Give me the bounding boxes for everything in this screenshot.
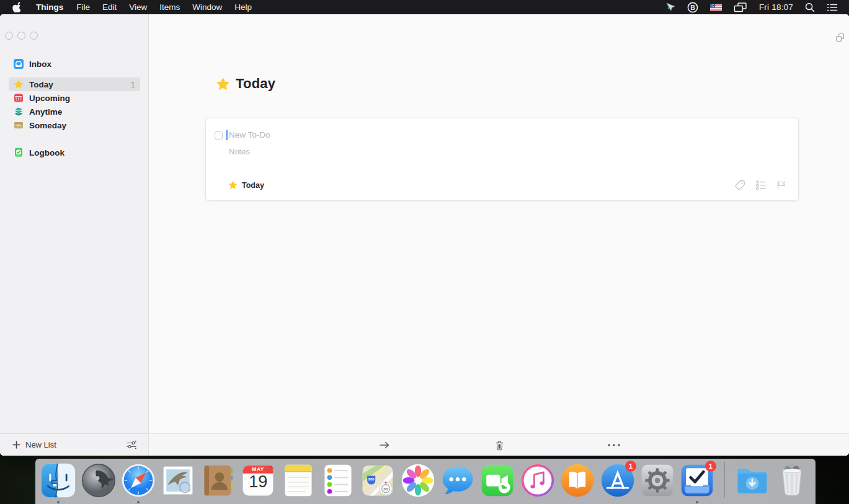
new-list-button[interactable]: New List: [0, 440, 56, 449]
todo-notes-input[interactable]: Notes: [229, 147, 250, 156]
sidebar: Inbox Today 1 Upcoming: [0, 14, 149, 456]
messages-icon: [439, 462, 476, 499]
dock-icon-system-preferences[interactable]: [638, 462, 677, 502]
sidebar-item-someday[interactable]: Someday: [0, 118, 149, 132]
flag-button[interactable]: [776, 180, 787, 191]
star-icon: [228, 180, 238, 190]
things-badge: 1: [705, 461, 716, 472]
running-indicator: [137, 501, 140, 503]
app-store-badge: 1: [625, 461, 636, 472]
menu-bar: Things File Edit View Items Window Help …: [0, 0, 849, 14]
dock-icon-app-store[interactable]: 1: [597, 462, 637, 502]
dock-icon-notes[interactable]: [278, 462, 318, 502]
dock-icon-launchpad[interactable]: [78, 462, 118, 502]
dock-separator: [718, 462, 732, 502]
sidebar-list: Inbox Today 1 Upcoming: [0, 57, 149, 159]
menu-clock[interactable]: Fri 18:07: [755, 2, 797, 12]
apple-logo-icon: [11, 2, 20, 12]
sidebar-item-anytime[interactable]: Anytime: [0, 105, 149, 118]
us-flag-icon[interactable]: [706, 0, 726, 14]
todo-title-input[interactable]: New To-Do: [229, 130, 270, 139]
sidebar-item-upcoming[interactable]: Upcoming: [0, 91, 149, 105]
dock-icon-safari[interactable]: [118, 462, 158, 502]
dock-icon-mail[interactable]: [158, 462, 198, 502]
things-window: Inbox Today 1 Upcoming: [0, 14, 849, 456]
main-content: Today New To-Do Notes Today: [149, 14, 849, 456]
text-caret: [226, 130, 228, 140]
dock-icon-messages[interactable]: [438, 462, 478, 502]
more-icon: [607, 443, 621, 447]
when-chip[interactable]: Today: [228, 180, 264, 190]
trash-icon: [494, 440, 505, 451]
page-title: Today: [236, 76, 275, 92]
menu-view[interactable]: View: [123, 0, 153, 14]
dock-icon-trash[interactable]: [772, 462, 812, 502]
sidebar-item-label: Inbox: [29, 60, 51, 69]
dock-icon-photos[interactable]: [398, 462, 438, 502]
calendar-month-label: MAY: [238, 466, 278, 472]
tag-button[interactable]: [734, 179, 746, 191]
ibooks-icon: [559, 462, 596, 499]
menu-window[interactable]: Window: [186, 0, 228, 14]
delete-button[interactable]: [487, 434, 512, 456]
list-settings-button[interactable]: [126, 440, 137, 449]
b-circle-icon[interactable]: B: [683, 0, 702, 14]
downloads-folder-icon: [734, 462, 771, 499]
todo-checkbox[interactable]: [215, 131, 223, 139]
sliders-icon: [126, 440, 137, 449]
sidebar-item-label: Upcoming: [29, 94, 70, 103]
dock-icon-ibooks[interactable]: [558, 462, 597, 502]
menu-app-name[interactable]: Things: [29, 0, 70, 14]
running-indicator: [57, 501, 60, 503]
dock-icon-facetime[interactable]: [478, 462, 517, 502]
sidebar-footer: New List: [0, 433, 148, 456]
close-button[interactable]: [5, 32, 13, 40]
contacts-icon: [200, 462, 237, 499]
running-indicator: [696, 501, 698, 503]
spotlight-search-icon[interactable]: [801, 0, 819, 14]
dock-icon-reminders[interactable]: [318, 462, 358, 502]
dock-icon-maps[interactable]: 280 3D: [358, 462, 398, 502]
sidebar-item-inbox[interactable]: Inbox: [0, 57, 149, 71]
sidebar-item-label: Anytime: [29, 107, 62, 117]
minimize-button[interactable]: [17, 32, 25, 40]
notification-center-icon[interactable]: [823, 0, 842, 14]
dock-icon-finder[interactable]: [38, 462, 78, 502]
sidebar-item-logbook[interactable]: Logbook: [0, 146, 149, 159]
star-icon: [216, 77, 230, 91]
layers-icon: [14, 107, 24, 117]
new-todo-card[interactable]: New To-Do Notes Today: [205, 118, 799, 201]
dock-icon-itunes[interactable]: [518, 462, 558, 502]
menu-edit[interactable]: Edit: [96, 0, 123, 14]
plus-icon: [12, 441, 20, 449]
menu-file[interactable]: File: [70, 0, 96, 14]
menu-help[interactable]: Help: [228, 0, 258, 14]
flag-icon: [776, 180, 787, 191]
more-button[interactable]: [602, 434, 626, 456]
notes-icon: [280, 462, 317, 499]
dock-icon-things[interactable]: 1: [677, 462, 717, 502]
window-controls: [5, 32, 38, 40]
dock-icon-calendar[interactable]: MAY 19: [238, 462, 278, 502]
checklist-button[interactable]: [755, 180, 767, 191]
zoom-button[interactable]: [30, 32, 38, 40]
displays-icon[interactable]: [730, 0, 751, 14]
svg-text:3D: 3D: [384, 487, 389, 491]
trash-full-icon: [773, 462, 811, 499]
facetime-icon: [479, 462, 516, 499]
finder-icon: [40, 462, 77, 499]
launchpad-icon: [80, 462, 117, 499]
apple-menu[interactable]: [0, 0, 29, 14]
pointer-icon[interactable]: [661, 0, 679, 14]
svg-text:280: 280: [368, 477, 375, 481]
box-icon: [14, 120, 24, 130]
sidebar-item-today[interactable]: Today 1: [9, 77, 140, 91]
dock-icon-downloads[interactable]: [732, 462, 772, 502]
overlapping-windows-icon[interactable]: [835, 32, 845, 45]
dock-icon-contacts[interactable]: [198, 462, 238, 502]
system-preferences-icon: [639, 462, 676, 499]
move-button[interactable]: [372, 434, 397, 456]
mail-icon: [159, 462, 197, 499]
menu-items[interactable]: Items: [153, 0, 186, 14]
maps-icon: 280 3D: [359, 462, 396, 499]
